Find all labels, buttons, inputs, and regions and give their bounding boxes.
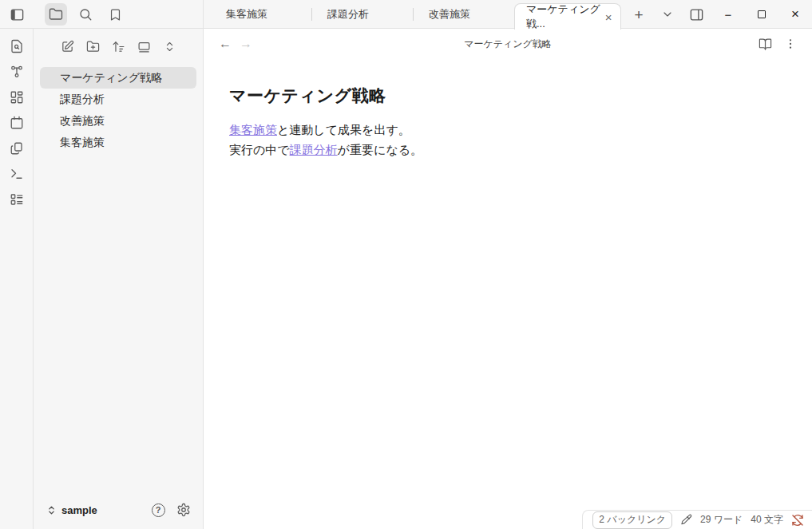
collapse-all-button[interactable] [160,37,179,56]
minimize-button[interactable]: − [711,0,745,29]
left-sidebar-toggle-button[interactable] [6,3,27,26]
window-close-button[interactable]: × [778,0,812,29]
help-icon: ? [152,503,165,517]
note-editor[interactable]: マーケティング戦略 集客施策と連動して成果を出す。 実行の中で課題分析が重要にな… [204,59,812,160]
obsidian-window: 集客施策 課題分析 改善施策 マーケティング戦... × + [0,0,812,529]
sort-order-button[interactable] [109,37,128,56]
layout-list-icon [10,192,24,207]
panel-left-icon [10,7,25,22]
tab-marketing-active[interactable]: マーケティング戦... × [514,3,621,30]
auto-reveal-button[interactable] [134,37,153,56]
backlinks-button[interactable]: 2 バックリンク [592,511,672,529]
new-note-button[interactable] [57,37,77,56]
file-list: マーケティング戦略 課題分析 改善施策 集客施策 [34,67,203,153]
workspace: マーケティング戦略 課題分析 改善施策 集客施策 sample [0,29,812,529]
quick-switcher-button[interactable] [6,37,27,56]
tab-label: 改善施策 [429,7,470,22]
navigate-forward-button[interactable]: → [236,34,256,54]
view-header: ← → マーケティング戦略 [204,29,812,59]
search-icon [78,7,93,22]
tab-label: マーケティング戦... [526,2,601,31]
explorer-header [34,29,203,56]
file-item-shuukyaku[interactable]: 集客施策 [40,132,196,153]
tab-kaizen[interactable]: 改善施策 [413,0,514,29]
sync-status-button[interactable] [791,514,804,527]
new-tab-button[interactable]: + [628,3,650,26]
file-label: 課題分析 [60,93,105,107]
search-tab-button[interactable] [74,3,97,26]
navigate-back-button[interactable]: ← [215,34,236,54]
file-search-icon [10,39,24,53]
reading-view-button[interactable] [755,34,775,54]
calendar-icon [10,116,24,130]
ribbon [0,29,34,529]
file-explorer: マーケティング戦略 課題分析 改善施策 集客施策 sample [34,29,204,529]
maximize-button[interactable] [745,0,778,29]
vault-switcher[interactable]: sample [43,502,101,519]
view-header-title: マーケティング戦略 [204,38,812,51]
copy-icon [10,141,24,156]
tab-kadai[interactable]: 課題分析 [311,0,413,29]
internal-link-shuukyaku[interactable]: 集客施策 [229,123,277,136]
char-count: 40 文字 [751,513,783,527]
note-text: が重要になる。 [338,143,422,156]
canvas-button[interactable] [6,88,27,107]
templates-button[interactable] [6,139,27,158]
status-bar: 2 バックリンク 29 ワード 40 文字 [582,510,812,529]
daily-note-button[interactable] [6,113,27,132]
file-item-kadai[interactable]: 課題分析 [40,89,196,110]
close-icon: × [791,6,799,22]
sort-icon [112,40,125,53]
chevrons-up-down-icon [164,41,176,53]
file-label: 集客施策 [60,136,105,150]
command-palette-button[interactable] [6,164,27,184]
titlebar: 集客施策 課題分析 改善施策 マーケティング戦... × + [0,0,812,29]
layout-dashboard-icon [10,90,24,105]
window-controls: − × [711,0,812,29]
terminal-icon [10,167,24,181]
help-button[interactable]: ? [149,500,168,519]
back-arrow-icon: ← [219,37,232,51]
note-text: と連動して成果を出す。 [277,123,410,136]
file-item-kaizen[interactable]: 改善施策 [40,110,196,132]
tab-shuukyaku[interactable]: 集客施策 [210,0,311,29]
word-count: 29 ワード [700,513,743,527]
titlebar-left [0,0,204,29]
new-folder-button[interactable] [83,37,102,56]
chevron-down-icon [661,8,674,21]
gallery-icon [137,40,151,53]
forward-arrow-icon: → [240,37,252,51]
edit-mode-indicator[interactable] [680,514,692,526]
bookmark-icon [109,8,122,22]
tab-bar: 集客施策 課題分析 改善施策 マーケティング戦... × + [204,0,812,29]
book-open-icon [759,38,772,51]
tab-label: 集客施策 [226,7,267,22]
internal-link-kadai[interactable]: 課題分析 [290,143,338,156]
close-icon: × [605,10,612,24]
file-label: 改善施策 [60,114,105,128]
plus-icon: + [634,7,643,22]
gear-icon [176,503,191,517]
tabbar-actions: + [628,0,707,29]
new-folder-icon [86,40,100,53]
checklist-button[interactable] [6,190,27,209]
bookmarks-tab-button[interactable] [104,3,126,26]
minimize-icon: − [725,8,732,22]
maximize-icon [758,10,766,18]
tab-close-button[interactable]: × [601,8,616,26]
note-paragraph-line: 集客施策と連動して成果を出す。 [229,120,786,140]
vault-footer: sample ? [34,495,203,529]
more-options-button[interactable] [780,34,801,54]
note-pane: ← → マーケティング戦略 [204,29,812,529]
tab-list-button[interactable] [656,3,679,26]
files-tab-button[interactable] [45,3,67,26]
file-label: マーケティング戦略 [60,71,162,85]
note-text: 実行の中で [229,143,290,156]
new-note-icon [61,40,74,53]
right-sidebar-toggle-button[interactable] [685,3,707,26]
settings-button[interactable] [174,500,193,519]
graph-view-button[interactable] [6,62,27,81]
file-item-marketing[interactable]: マーケティング戦略 [40,67,196,89]
kebab-menu-icon [784,38,797,50]
panel-right-icon [689,7,704,22]
